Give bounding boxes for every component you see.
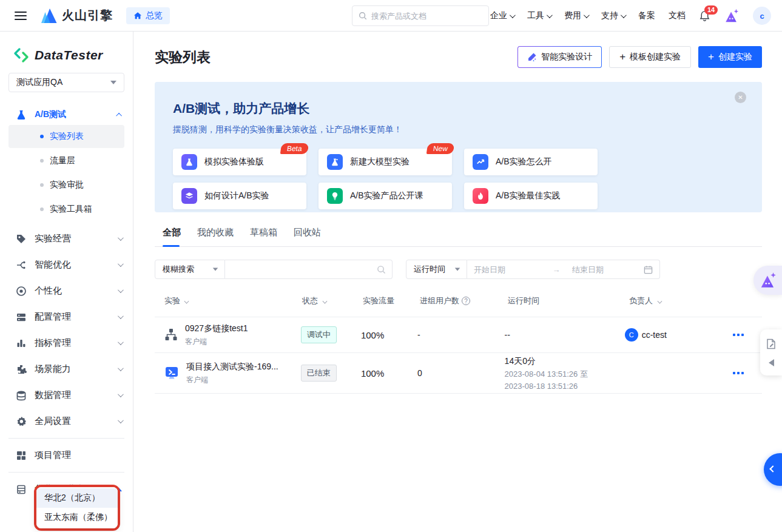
overview-button[interactable]: 总览 <box>126 7 170 24</box>
sort-chevron-icon[interactable] <box>184 298 189 303</box>
calendar-icon <box>644 265 653 274</box>
sidebar-section-global-settings[interactable]: 全局设置 <box>0 408 133 434</box>
collapse-left-icon[interactable] <box>769 359 774 366</box>
sidebar-section-metric-management[interactable]: 指标管理 <box>0 330 133 356</box>
docs-side-widget[interactable] <box>760 329 782 375</box>
banner-card-how-to-design[interactable]: 如何设计A/B实验 <box>173 183 306 209</box>
template-create-button[interactable]: + 模板创建实验 <box>609 46 691 68</box>
region-option-ap-southeast[interactable]: 亚太东南（柔佛） <box>36 508 118 527</box>
promo-banner: ✕ A/B测试，助力产品增长 摆脱猜测，用科学的实验衡量决策收益，让产品增长更简… <box>155 82 762 212</box>
chevron-down-icon <box>584 12 590 18</box>
help-question-icon[interactable]: ? <box>462 297 470 305</box>
magic-pen-icon <box>527 52 537 62</box>
experiment-name[interactable]: 项目接入测试实验-169... <box>186 362 278 372</box>
sidebar-section-scenario-capability[interactable]: 场景能力 <box>0 356 133 382</box>
bullet-dot <box>40 183 44 187</box>
flask-icon <box>16 109 27 120</box>
flame-icon <box>473 188 488 204</box>
sort-chevron-icon[interactable] <box>658 298 662 303</box>
hamburger-menu-icon[interactable] <box>15 12 27 20</box>
chevron-down-icon <box>547 12 553 18</box>
fuzzy-search-input[interactable] <box>231 265 377 274</box>
sidebar-item-traffic-layer[interactable]: 流量层 <box>8 149 124 172</box>
ai-assistant-icon[interactable] <box>724 8 740 24</box>
sort-chevron-icon[interactable] <box>322 299 327 304</box>
grid-icon <box>16 450 27 461</box>
sidebar-item-experiment-list[interactable]: 实验列表 <box>8 125 124 148</box>
table-row[interactable]: 项目接入测试实验-169... 客户端 已结束 100% 0 14天0分 202… <box>155 352 762 394</box>
runtime-start: 2023-08-04 13:51:26 至 <box>505 369 625 380</box>
target-icon <box>16 286 27 297</box>
close-icon[interactable]: ✕ <box>735 92 746 103</box>
list-tabs: 全部 我的收藏 草稿箱 回收站 <box>155 227 762 247</box>
banner-card-simulation[interactable]: 模拟实验体验版 Beta <box>173 149 306 175</box>
nav-menu-tools[interactable]: 工具 <box>527 10 551 21</box>
end-date-input[interactable] <box>572 265 639 274</box>
region-dropdown: 华北2（北京） 亚太东南（柔佛） <box>36 487 118 528</box>
chevron-up-icon <box>116 112 122 118</box>
chevron-down-icon <box>510 12 516 18</box>
start-date-input[interactable] <box>474 265 541 274</box>
ai-mountain-icon <box>759 271 777 289</box>
nav-menu-enterprise[interactable]: 企业 <box>490 10 514 21</box>
sidebar-section-personalization[interactable]: 个性化 <box>0 278 133 304</box>
chevron-down-icon <box>118 235 124 241</box>
tab-recycle-bin[interactable]: 回收站 <box>294 227 321 246</box>
smart-experiment-design-button[interactable]: 智能实验设计 <box>517 46 602 68</box>
caret-down-icon <box>455 268 460 271</box>
fuzzy-search-select[interactable]: 模糊搜索 <box>155 260 225 279</box>
flask-gradient-icon <box>181 154 197 170</box>
sidebar-section-smart-optimization[interactable]: 智能优化 <box>0 252 133 278</box>
nav-menu-support[interactable]: 支持 <box>601 10 625 21</box>
experiment-name[interactable]: 0927多链接test1 <box>185 323 248 334</box>
sidebar-item-experiment-approval[interactable]: 实验审批 <box>8 173 124 197</box>
notification-bell[interactable]: 14 <box>699 10 710 22</box>
region-option-north-china[interactable]: 华北2（北京） <box>36 488 118 508</box>
nav-link-beian[interactable]: 备案 <box>638 10 655 21</box>
app-selector[interactable]: 测试应用QA <box>8 73 124 92</box>
tab-all[interactable]: 全部 <box>163 227 181 246</box>
banner-card-best-practice[interactable]: A/B实验最佳实践 <box>464 183 598 209</box>
nav-menu-billing[interactable]: 费用 <box>564 10 588 21</box>
brand-name: 火山引擎 <box>62 7 113 24</box>
table-row[interactable]: 0927多链接test1 客户端 调试中 100% - -- C cc-test <box>155 317 762 352</box>
tab-drafts[interactable]: 草稿箱 <box>250 227 277 246</box>
sidebar-group-ab-test[interactable]: A/B测试 <box>0 106 133 124</box>
volcano-engine-logo[interactable]: 火山引擎 <box>40 7 113 24</box>
plus-icon: + <box>619 52 625 62</box>
owner-name: cc-test <box>642 330 667 340</box>
traffic-value: 100% <box>361 368 384 379</box>
document-edit-icon <box>766 338 777 349</box>
divider <box>8 472 124 473</box>
chevron-down-icon <box>118 391 124 397</box>
main-content: 实验列表 智能实验设计 + 模板创建实验 + 创 <box>133 32 782 532</box>
chevron-left-icon <box>769 465 776 472</box>
trend-chart-icon <box>473 154 488 170</box>
nav-link-docs[interactable]: 文档 <box>669 10 686 21</box>
banner-card-llm-experiment[interactable]: 新建大模型实验 New <box>319 149 452 175</box>
chevron-down-icon <box>118 417 124 423</box>
sidebar-section-data-management[interactable]: 数据管理 <box>0 382 133 408</box>
user-avatar[interactable]: c <box>753 7 771 25</box>
sidebar-section-experiment-operation[interactable]: 实验经营 <box>0 226 133 252</box>
ai-assistant-floating-button[interactable] <box>753 266 782 295</box>
more-actions-icon[interactable] <box>732 369 745 377</box>
runtime-filter-select[interactable]: 运行时间 <box>406 260 467 279</box>
more-actions-icon[interactable] <box>732 331 745 338</box>
bullet-dot <box>40 207 44 211</box>
fuzzy-search-box <box>225 260 393 279</box>
sidebar-item-experiment-toolbox[interactable]: 实验工具箱 <box>8 198 124 221</box>
create-experiment-button[interactable]: + 创建实验 <box>698 46 762 68</box>
banner-card-how-to-start[interactable]: A/B实验怎么开 <box>464 149 598 175</box>
sidebar-section-config-management[interactable]: 配置管理 <box>0 304 133 330</box>
experiment-type: 客户端 <box>185 337 248 347</box>
global-search <box>352 5 489 26</box>
product-name: DataTester <box>35 48 103 62</box>
puzzle-icon <box>16 364 27 375</box>
banner-card-open-course[interactable]: A/B实验产品公开课 <box>319 183 452 209</box>
search-input[interactable] <box>371 12 482 21</box>
sidebar-item-project-management[interactable]: 项目管理 <box>0 442 133 468</box>
tab-favorites[interactable]: 我的收藏 <box>197 227 234 246</box>
caret-down-icon <box>213 268 218 271</box>
multilink-sitemap-icon <box>164 328 178 342</box>
